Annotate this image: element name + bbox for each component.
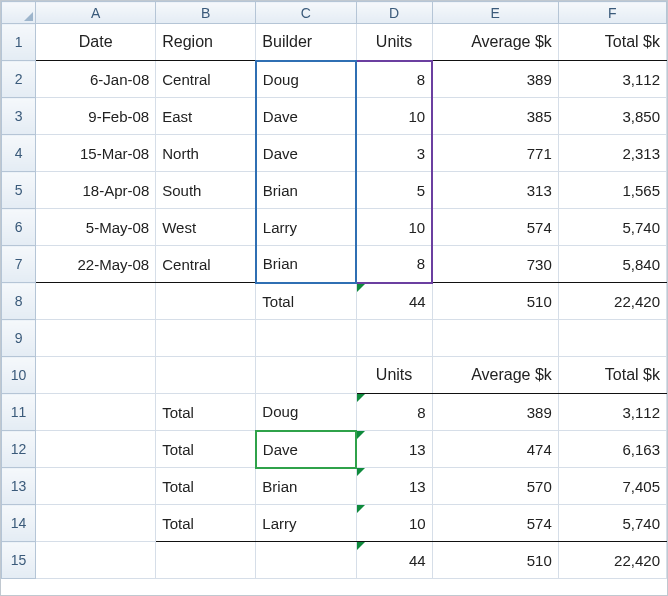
cell-A15[interactable] <box>36 542 156 579</box>
cell-B14[interactable]: Total <box>156 505 256 542</box>
cell-D14[interactable]: 10 <box>356 505 432 542</box>
cell-E6[interactable]: 574 <box>432 209 558 246</box>
cell-E10[interactable]: Average $k <box>432 357 558 394</box>
cell-B6[interactable]: West <box>156 209 256 246</box>
cell-C9[interactable] <box>256 320 356 357</box>
row-header-9[interactable]: 9 <box>2 320 36 357</box>
cell-E11[interactable]: 389 <box>432 394 558 431</box>
cell-F8[interactable]: 22,420 <box>558 283 666 320</box>
cell-E8[interactable]: 510 <box>432 283 558 320</box>
cell-E7[interactable]: 730 <box>432 246 558 283</box>
cell-B7[interactable]: Central <box>156 246 256 283</box>
cell-D12[interactable]: 13 <box>356 431 432 468</box>
cell-A9[interactable] <box>36 320 156 357</box>
cell-A11[interactable] <box>36 394 156 431</box>
row-header-14[interactable]: 14 <box>2 505 36 542</box>
cell-D1[interactable]: Units <box>356 24 432 61</box>
cell-F9[interactable] <box>558 320 666 357</box>
row-header-15[interactable]: 15 <box>2 542 36 579</box>
grid[interactable]: A B C D E F 1 Date Region Builder Units … <box>1 1 667 579</box>
cell-B15[interactable] <box>156 542 256 579</box>
cell-B8[interactable] <box>156 283 256 320</box>
row-header-7[interactable]: 7 <box>2 246 36 283</box>
cell-D7[interactable]: 8 <box>356 246 432 283</box>
cell-D10[interactable]: Units <box>356 357 432 394</box>
row-header-11[interactable]: 11 <box>2 394 36 431</box>
cell-C4[interactable]: Dave <box>256 135 356 172</box>
cell-B12[interactable]: Total <box>156 431 256 468</box>
cell-D2[interactable]: 8 <box>356 61 432 98</box>
cell-F5[interactable]: 1,565 <box>558 172 666 209</box>
cell-A12[interactable] <box>36 431 156 468</box>
cell-E9[interactable] <box>432 320 558 357</box>
cell-F11[interactable]: 3,112 <box>558 394 666 431</box>
cell-A14[interactable] <box>36 505 156 542</box>
cell-F12[interactable]: 6,163 <box>558 431 666 468</box>
cell-B13[interactable]: Total <box>156 468 256 505</box>
cell-F10[interactable]: Total $k <box>558 357 666 394</box>
cell-C8[interactable]: Total <box>256 283 356 320</box>
cell-E5[interactable]: 313 <box>432 172 558 209</box>
row-header-13[interactable]: 13 <box>2 468 36 505</box>
cell-A5[interactable]: 18-Apr-08 <box>36 172 156 209</box>
cell-C12[interactable]: Dave <box>256 431 356 468</box>
cell-A10[interactable] <box>36 357 156 394</box>
row-header-2[interactable]: 2 <box>2 61 36 98</box>
cell-B10[interactable] <box>156 357 256 394</box>
cell-C15[interactable] <box>256 542 356 579</box>
cell-A1[interactable]: Date <box>36 24 156 61</box>
row-header-1[interactable]: 1 <box>2 24 36 61</box>
cell-D11[interactable]: 8 <box>356 394 432 431</box>
row-header-10[interactable]: 10 <box>2 357 36 394</box>
cell-A4[interactable]: 15-Mar-08 <box>36 135 156 172</box>
row-header-4[interactable]: 4 <box>2 135 36 172</box>
cell-C10[interactable] <box>256 357 356 394</box>
cell-B5[interactable]: South <box>156 172 256 209</box>
cell-C3[interactable]: Dave <box>256 98 356 135</box>
cell-D8[interactable]: 44 <box>356 283 432 320</box>
cell-E13[interactable]: 570 <box>432 468 558 505</box>
cell-C13[interactable]: Brian <box>256 468 356 505</box>
cell-F4[interactable]: 2,313 <box>558 135 666 172</box>
cell-D3[interactable]: 10 <box>356 98 432 135</box>
spreadsheet[interactable]: A B C D E F 1 Date Region Builder Units … <box>0 0 668 596</box>
col-header-F[interactable]: F <box>558 2 666 24</box>
cell-D5[interactable]: 5 <box>356 172 432 209</box>
cell-C2[interactable]: Doug <box>256 61 356 98</box>
cell-E14[interactable]: 574 <box>432 505 558 542</box>
cell-F14[interactable]: 5,740 <box>558 505 666 542</box>
row-header-8[interactable]: 8 <box>2 283 36 320</box>
cell-B3[interactable]: East <box>156 98 256 135</box>
col-header-A[interactable]: A <box>36 2 156 24</box>
cell-A7[interactable]: 22-May-08 <box>36 246 156 283</box>
cell-C1[interactable]: Builder <box>256 24 356 61</box>
cell-F13[interactable]: 7,405 <box>558 468 666 505</box>
cell-E12[interactable]: 474 <box>432 431 558 468</box>
cell-C5[interactable]: Brian <box>256 172 356 209</box>
cell-E2[interactable]: 389 <box>432 61 558 98</box>
cell-E3[interactable]: 385 <box>432 98 558 135</box>
cell-D9[interactable] <box>356 320 432 357</box>
cell-A2[interactable]: 6-Jan-08 <box>36 61 156 98</box>
cell-C11[interactable]: Doug <box>256 394 356 431</box>
cell-C6[interactable]: Larry <box>256 209 356 246</box>
cell-B1[interactable]: Region <box>156 24 256 61</box>
row-header-6[interactable]: 6 <box>2 209 36 246</box>
cell-C7[interactable]: Brian <box>256 246 356 283</box>
cell-E4[interactable]: 771 <box>432 135 558 172</box>
cell-F3[interactable]: 3,850 <box>558 98 666 135</box>
cell-F2[interactable]: 3,112 <box>558 61 666 98</box>
cell-F15[interactable]: 22,420 <box>558 542 666 579</box>
cell-D15[interactable]: 44 <box>356 542 432 579</box>
cell-E1[interactable]: Average $k <box>432 24 558 61</box>
row-header-12[interactable]: 12 <box>2 431 36 468</box>
cell-F7[interactable]: 5,840 <box>558 246 666 283</box>
cell-B9[interactable] <box>156 320 256 357</box>
cell-A3[interactable]: 9-Feb-08 <box>36 98 156 135</box>
row-header-5[interactable]: 5 <box>2 172 36 209</box>
select-all-corner[interactable] <box>2 2 36 24</box>
cell-B11[interactable]: Total <box>156 394 256 431</box>
cell-B4[interactable]: North <box>156 135 256 172</box>
cell-D4[interactable]: 3 <box>356 135 432 172</box>
cell-A13[interactable] <box>36 468 156 505</box>
